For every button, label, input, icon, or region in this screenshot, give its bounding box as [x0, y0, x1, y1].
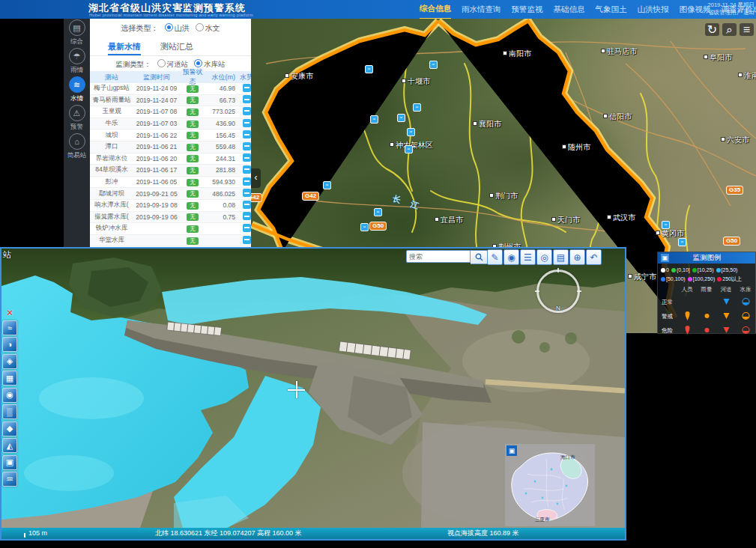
table-row[interactable]: 牛乐2019-11-07 03无436.90: [90, 118, 251, 130]
table-row[interactable]: 梅子山gps站2019-11-24 09无46.9846.99: [90, 83, 251, 95]
cell-time: 2019-11-24 09: [133, 85, 180, 92]
list-tool[interactable]: ☰: [520, 249, 536, 265]
draw-chart-tool[interactable]: ✎: [487, 249, 503, 265]
close-toolbar-button[interactable]: ✕: [6, 308, 13, 318]
viewport-tool[interactable]: ▣: [2, 455, 17, 470]
cell-station: 梅子山gps站: [90, 84, 133, 93]
ripple-tool[interactable]: ▦: [2, 371, 17, 386]
station-marker[interactable]: ≈: [370, 115, 378, 124]
station-marker[interactable]: ≈: [662, 221, 670, 229]
cell-trend: [237, 177, 251, 187]
station-marker[interactable]: ≈: [405, 145, 413, 153]
legend-col-河道: 河道: [721, 286, 732, 293]
city-label-天门市: 天门市: [551, 215, 580, 225]
cell-station: 撮箕露水库(: [90, 213, 133, 222]
undo-tool[interactable]: ↶: [586, 249, 602, 265]
station-marker[interactable]: ≈: [407, 128, 415, 136]
typhoon-tool[interactable]: ◈: [2, 354, 17, 369]
cell-status: 无: [180, 96, 205, 104]
status-badge: 无: [187, 179, 199, 186]
sidebar-item-水情[interactable]: ≋水情: [64, 76, 90, 104]
flood-area-tool[interactable]: ◆: [2, 421, 17, 436]
nav-item-综合信息[interactable]: 综合信息: [420, 0, 451, 19]
trend-steady-icon: [243, 236, 251, 244]
station-marker[interactable]: ≈: [374, 208, 382, 216]
water-rotate-tool[interactable]: ◑: [2, 337, 17, 352]
rain-level-dot: [716, 268, 721, 273]
table-row[interactable]: 潭口2019-11-06 21无559.48: [90, 141, 251, 153]
search-control[interactable]: ⌕: [722, 23, 737, 36]
wave-tool[interactable]: ≈: [2, 320, 17, 335]
station-marker[interactable]: ≈: [365, 65, 373, 73]
user-box[interactable]: 2019-11-24 星期日 省级管理用户 退出: [708, 1, 755, 16]
table-row[interactable]: 城坝2019-11-06 22无156.45: [90, 130, 251, 141]
eye-tool[interactable]: ◎: [536, 249, 552, 265]
table-row[interactable]: 响水潭水库(2019-09-19 08无0.08: [90, 200, 251, 212]
layers-control[interactable]: ≡: [740, 23, 754, 36]
table-row[interactable]: 彭冲2019-11-06 05无594.930: [90, 177, 251, 189]
station-marker[interactable]: ≈: [397, 114, 405, 122]
station-filter-radio-河道站[interactable]: [157, 59, 166, 67]
table-row[interactable]: 撮箕露水库(2019-09-19 06无0.75: [90, 212, 251, 224]
cell-station: 华堂水库: [90, 236, 133, 245]
trend-steady-icon: [243, 130, 251, 138]
radar-tool[interactable]: ◉: [2, 388, 17, 403]
table-row[interactable]: 玉皇观2019-11-07 08无773.025: [90, 106, 251, 118]
status-legend-grid: 人员雨量河道水库正常警戒危险: [658, 286, 755, 336]
cell-status: 无: [180, 189, 205, 198]
station-marker[interactable]: ≈: [413, 103, 421, 112]
sidebar-item-预警[interactable]: ⚠预警: [64, 104, 90, 133]
station-marker[interactable]: ≈: [323, 181, 331, 189]
table-row[interactable]: 鄢城河坝2019-09-21 05无486.025: [90, 188, 251, 200]
table-row[interactable]: 青马桥雨量站2019-11-24 07无66.73: [90, 95, 251, 107]
nav-item-基础信息[interactable]: 基础信息: [554, 0, 585, 19]
app-subtitle: Hubei provincial mountain torrent disast…: [89, 13, 253, 17]
search-button[interactable]: [471, 250, 488, 264]
overview-inset-map[interactable]: ▣ 海口市三亚市: [505, 444, 595, 526]
station-marker[interactable]: ≈: [678, 238, 686, 246]
splash-tool[interactable]: ▒: [2, 404, 17, 419]
table-row[interactable]: 84草坝溪水2019-11-06 17无281.88: [90, 165, 251, 177]
snapshot-tool[interactable]: ▤: [553, 249, 569, 265]
search-icon: [475, 253, 483, 261]
compass-control[interactable]: N: [536, 270, 580, 313]
nav-item-雨水情查询[interactable]: 雨水情查询: [462, 0, 501, 19]
globe-tool[interactable]: ⊕: [569, 249, 585, 265]
camera-position-tool[interactable]: ◉: [504, 249, 519, 265]
table-row[interactable]: 铁炉冲水库无: [90, 223, 251, 235]
station-marker[interactable]: ≈: [360, 223, 369, 231]
trend-steady-icon: [243, 107, 251, 115]
city-label-武汉市: 武汉市: [607, 213, 635, 223]
nav-item-图像视频[interactable]: 图像视频: [680, 0, 711, 19]
table-row[interactable]: 华堂水库无: [90, 235, 251, 247]
terrain-cut-tool[interactable]: ◭: [2, 438, 17, 453]
station-marker[interactable]: ≈: [429, 61, 438, 69]
cell-time: 2019-11-07 03: [133, 120, 180, 127]
tab-测站汇总[interactable]: 测站汇总: [160, 38, 193, 55]
nav-item-山洪快报[interactable]: 山洪快报: [638, 0, 669, 19]
cell-status: 无: [180, 131, 205, 139]
user-line[interactable]: 省级管理用户 退出: [708, 9, 755, 16]
cell-trend: [237, 130, 251, 140]
rotate-control[interactable]: ↻: [705, 23, 719, 36]
station-filter-radio-水库站[interactable]: [194, 59, 202, 67]
legend-collapse-icon[interactable]: ▣: [661, 254, 669, 262]
rain-legend: 0(0,10][10,25)[25,50)[50,100)[100,250)25…: [658, 264, 755, 284]
crosshair-icon: [288, 389, 305, 391]
nav-item-气象国土[interactable]: 气象国土: [596, 0, 627, 19]
analysis-tool[interactable]: ♒: [2, 472, 17, 487]
nav-item-预警监视[interactable]: 预警监视: [512, 0, 543, 19]
cell-time: 2019-09-21 05: [133, 190, 180, 198]
type-filter-radio-山洪[interactable]: [165, 23, 173, 31]
sidebar-item-综合[interactable]: ▤综合: [64, 19, 90, 47]
tab-最新水情[interactable]: 最新水情: [108, 38, 141, 55]
viewer-3d-window[interactable]: 站 ✎◉☰◎▤⊕↶ N ✕ ≈◑◈▦◉▒◆◭▣♒ ▣: [0, 247, 626, 541]
status-badge: 无: [187, 109, 199, 116]
sidebar-item-简易站[interactable]: ⌂简易站: [64, 133, 90, 161]
sidebar-item-雨情[interactable]: ☂雨情: [64, 47, 90, 76]
search-input[interactable]: [406, 250, 471, 263]
type-filter-radio-水文[interactable]: [196, 23, 204, 31]
panel-collapse-arrow[interactable]: ‹: [251, 168, 261, 188]
table-row[interactable]: 界岩湖水位2019-11-06 20无244.31: [90, 153, 251, 165]
legend-row-警戒: 警戒: [658, 313, 673, 320]
